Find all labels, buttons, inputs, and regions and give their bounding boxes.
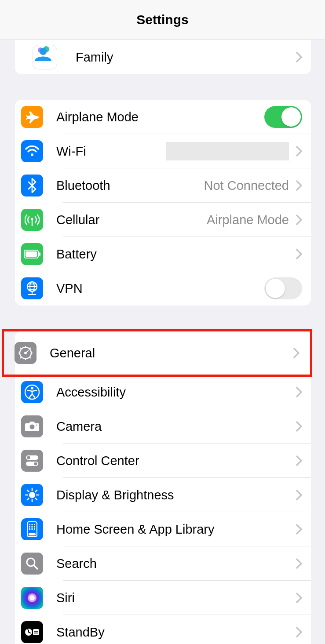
svg-rect-45 [29,524,30,525]
bluetooth-label: Bluetooth [56,178,110,193]
chevron-right-icon [296,455,302,466]
svg-rect-49 [32,526,33,528]
chevron-right-icon [293,348,299,358]
svg-rect-54 [29,533,36,535]
accessibility-icon [21,381,43,403]
page-title: Settings [136,12,188,27]
chevron-right-icon [296,593,302,603]
svg-rect-61 [33,629,39,635]
svg-point-35 [29,492,35,498]
row-camera[interactable]: Camera [15,409,311,444]
gear-icon [15,342,37,364]
airplane-label: Airplane Mode [56,110,139,124]
wifi-value-redacted [166,142,289,160]
vpn-label: VPN [56,281,83,296]
siri-label: Siri [56,591,75,605]
group-account: Family [15,40,311,74]
highlight-annotation: General [2,329,312,377]
battery-label: Battery [56,247,97,262]
row-control-center[interactable]: Control Center [15,444,311,478]
svg-line-22 [20,348,22,349]
row-bluetooth[interactable]: Bluetooth Not Connected [15,168,311,203]
bluetooth-detail: Not Connected [204,178,289,193]
standby-icon [21,621,43,643]
family-icon [33,45,57,69]
chevron-right-icon [296,52,302,62]
general-label: General [50,346,95,360]
standby-label: StandBy [56,625,105,640]
chevron-right-icon [296,146,302,156]
chevron-right-icon [296,421,302,432]
row-home-screen[interactable]: Home Screen & App Library [15,512,311,546]
row-general[interactable]: General [15,331,311,375]
row-standby[interactable]: StandBy [15,615,311,644]
wifi-label: Wi-Fi [56,144,86,159]
svg-line-56 [34,565,37,569]
svg-point-3 [31,153,33,156]
svg-rect-5 [32,220,33,226]
airplane-toggle[interactable] [264,106,302,128]
airplane-icon [21,106,43,128]
wifi-icon [21,140,43,162]
row-wifi[interactable]: Wi-Fi [15,134,311,168]
chevron-right-icon [296,627,302,637]
vpn-toggle[interactable] [264,277,302,299]
brightness-icon [21,484,43,506]
svg-point-32 [27,456,30,459]
vpn-icon [21,277,43,299]
row-display-brightness[interactable]: Display & Brightness [15,478,311,512]
row-siri[interactable]: Siri [15,581,311,615]
svg-line-26 [26,350,29,353]
camera-label: Camera [56,419,102,434]
chevron-right-icon [296,490,302,500]
chevron-right-icon [296,558,302,569]
group-connectivity: Airplane Mode Wi-Fi Bluetooth Not Connec… [15,100,311,306]
chevron-right-icon [296,215,302,225]
chevron-right-icon [296,387,302,397]
search-label: Search [56,557,97,571]
row-search[interactable]: Search [15,546,311,581]
svg-line-42 [27,498,29,500]
svg-line-43 [36,490,37,492]
svg-point-2 [40,48,47,55]
svg-rect-7 [26,251,37,257]
control-center-label: Control Center [56,454,139,468]
home-screen-label: Home Screen & App Library [56,522,214,537]
row-vpn[interactable]: VPN [15,271,311,306]
row-cellular[interactable]: Cellular Airplane Mode [15,203,311,237]
cellular-icon [21,209,43,231]
bluetooth-icon [21,175,43,196]
cellular-label: Cellular [56,213,99,227]
svg-line-25 [29,348,31,349]
svg-rect-53 [34,528,35,530]
svg-point-4 [31,218,33,220]
chevron-right-icon [296,249,302,259]
family-label: Family [76,50,113,65]
svg-point-60 [27,629,28,630]
siri-icon [21,587,43,609]
svg-rect-8 [39,252,40,256]
svg-point-58 [29,595,35,600]
svg-line-41 [36,498,37,500]
svg-point-29 [30,425,35,429]
control-center-icon [21,450,43,472]
svg-rect-51 [29,528,30,530]
row-airplane-mode[interactable]: Airplane Mode [15,100,311,134]
row-accessibility[interactable]: Accessibility [15,375,311,409]
svg-point-34 [34,462,37,466]
settings-content: Family Airplane Mode Wi-Fi [0,40,325,644]
chevron-right-icon [296,524,302,535]
svg-rect-47 [34,524,35,525]
camera-icon [21,415,43,437]
svg-rect-50 [34,526,35,528]
svg-point-28 [31,387,33,389]
cellular-detail: Airplane Mode [207,213,289,227]
row-battery[interactable]: Battery [15,237,311,271]
svg-line-23 [29,357,31,358]
svg-point-30 [36,425,37,426]
svg-line-24 [20,357,22,358]
chevron-right-icon [296,180,302,191]
row-family[interactable]: Family [15,40,311,74]
svg-line-40 [27,490,29,492]
svg-rect-52 [32,528,33,530]
